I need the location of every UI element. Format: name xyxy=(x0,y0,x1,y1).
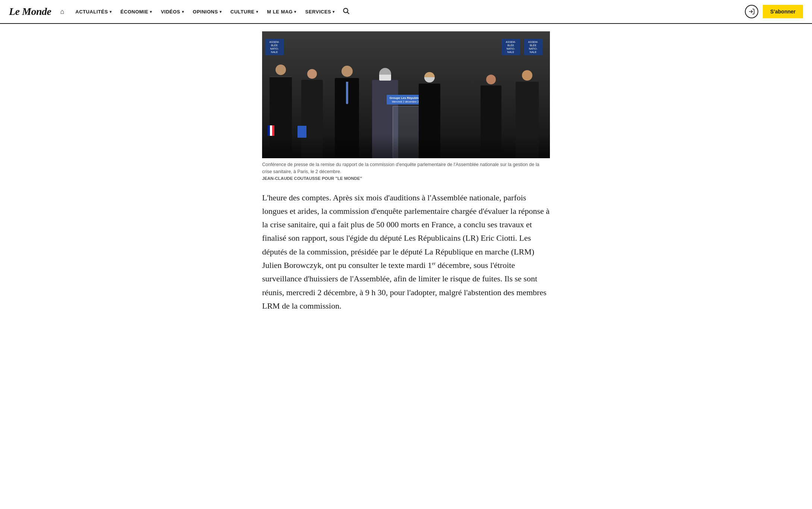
article-body: L'heure des comptes. Après six mois d'au… xyxy=(262,191,550,313)
nav-item-opinions[interactable]: OPINIONS ▾ xyxy=(188,0,226,24)
french-flag xyxy=(268,125,274,136)
chevron-down-icon: ▾ xyxy=(220,10,222,14)
main-nav: Le Monde ⌂ ACTUALITÉS ▾ ÉCONOMIE ▾ VIDÉO… xyxy=(0,0,812,24)
nav-items: ACTUALITÉS ▾ ÉCONOMIE ▾ VIDÉOS ▾ OPINION… xyxy=(71,0,745,24)
image-caption-credit: JEAN-CLAUDE COUTAUSSE POUR "LE MONDE" xyxy=(262,176,550,181)
site-logo[interactable]: Le Monde xyxy=(9,6,51,18)
chevron-down-icon: ▾ xyxy=(333,10,335,14)
image-scene: ASSEM-BLÉENATIO-NALE ASSEM-BLÉENATIO-NAL… xyxy=(262,31,550,158)
nav-item-economie[interactable]: ÉCONOMIE ▾ xyxy=(116,0,156,24)
article-content: ASSEM-BLÉENATIO-NALE ASSEM-BLÉENATIO-NAL… xyxy=(253,24,559,337)
chevron-down-icon: ▾ xyxy=(294,10,296,14)
article-image: ASSEM-BLÉENATIO-NALE ASSEM-BLÉENATIO-NAL… xyxy=(262,31,550,158)
chevron-down-icon: ▾ xyxy=(150,10,152,14)
superscript-er: er xyxy=(432,260,435,266)
article-image-container: ASSEM-BLÉENATIO-NALE ASSEM-BLÉENATIO-NAL… xyxy=(262,31,550,181)
svg-line-1 xyxy=(347,12,349,14)
nav-item-m-le-mag[interactable]: M LE MAG ▾ xyxy=(262,0,301,24)
nav-item-videos[interactable]: VIDÉOS ▾ xyxy=(156,0,188,24)
banner-left: ASSEM-BLÉENATIO-NALE xyxy=(265,39,284,55)
nav-right: S'abonner xyxy=(745,5,803,18)
home-icon[interactable]: ⌂ xyxy=(60,8,64,16)
chevron-down-icon: ▾ xyxy=(256,10,258,14)
article-paragraph: L'heure des comptes. Après six mois d'au… xyxy=(262,191,550,313)
nav-item-actualites[interactable]: ACTUALITÉS ▾ xyxy=(71,0,116,24)
nav-item-services[interactable]: SERVICES ▾ xyxy=(301,0,339,24)
svg-point-0 xyxy=(343,8,348,13)
banner-right2: ASSEM-BLÉENATIO-NALE xyxy=(524,39,542,55)
banner-right: ASSEM-BLÉENATIO-NALE xyxy=(501,39,520,55)
nav-item-culture[interactable]: CULTURE ▾ xyxy=(226,0,262,24)
subscribe-button[interactable]: S'abonner xyxy=(763,5,803,18)
image-caption: Conférence de presse de la remise du rap… xyxy=(262,161,550,175)
search-icon[interactable] xyxy=(342,7,350,16)
chevron-down-icon: ▾ xyxy=(182,10,184,14)
chevron-down-icon: ▾ xyxy=(110,10,112,14)
login-icon[interactable] xyxy=(745,5,758,18)
